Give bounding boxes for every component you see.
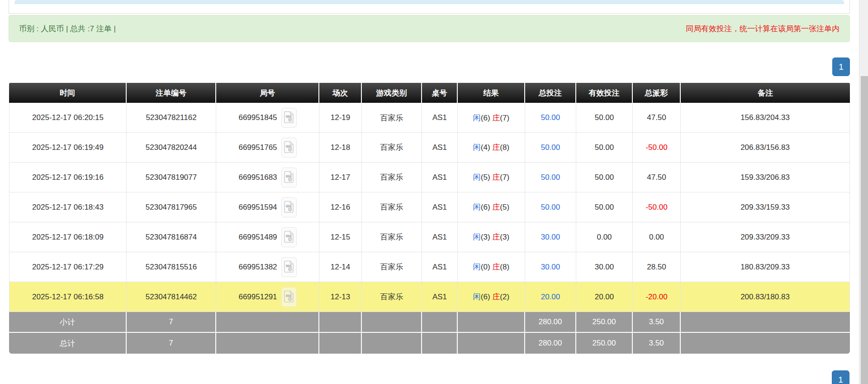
video-replay-button[interactable] [281, 197, 297, 217]
empty [362, 333, 422, 354]
cell-bet-id: 523047815516 [127, 252, 216, 282]
cell-game-type: 百家乐 [362, 252, 422, 282]
cell-valid-bet: 50.00 [576, 192, 633, 222]
header-cell: 结果 [458, 83, 525, 103]
cell-total-bet[interactable]: 50.00 [525, 192, 576, 222]
result-player-score: (5) [481, 173, 490, 182]
empty [681, 333, 850, 354]
cell-table-number: AS1 [422, 222, 458, 252]
cell-payout: 47.50 [633, 163, 681, 192]
bet-records-table: 时间注单编号局号场次游戏类别桌号结果总投注有效投注总派彩备注 2025-12-1… [9, 83, 850, 354]
table-header: 时间注单编号局号场次游戏类别桌号结果总投注有效投注总派彩备注 [9, 83, 850, 103]
cell-total-bet[interactable]: 50.00 [525, 133, 576, 163]
video-replay-button[interactable] [281, 227, 297, 247]
cell-time: 2025-12-17 06:17:29 [9, 252, 127, 282]
cell-payout: 0.00 [633, 222, 681, 252]
video-file-icon [284, 111, 294, 125]
video-file-icon [284, 290, 294, 304]
result-banker-label: 庄 [492, 293, 500, 301]
result-banker-label: 庄 [492, 143, 500, 152]
video-file-icon [284, 260, 294, 274]
round-number: 669951683 [238, 173, 277, 182]
cell-total-bet[interactable]: 50.00 [525, 163, 576, 192]
header-cell: 场次 [319, 83, 362, 103]
cell-result: 闲(6) 庄(2) [458, 282, 525, 312]
video-file-icon [284, 230, 294, 244]
video-replay-button[interactable] [281, 287, 297, 307]
cell-result: 闲(6) 庄(5) [458, 192, 525, 222]
cell-valid-bet: 50.00 [576, 103, 633, 133]
cell-payout: -50.00 [633, 192, 681, 222]
table-row: 2025-12-17 06:18:43 523047817965 6699515… [9, 192, 850, 222]
cell-table-number: AS1 [422, 282, 458, 312]
cell-valid-bet: 0.00 [576, 222, 633, 252]
cell-round-number: 669951845 [216, 103, 319, 133]
video-replay-button[interactable] [281, 138, 297, 158]
cell-valid-bet: 30.00 [576, 252, 633, 282]
cell-payout: 28.50 [633, 252, 681, 282]
cell-total-bet[interactable]: 20.00 [525, 282, 576, 312]
cell-valid-bet: 50.00 [576, 163, 633, 192]
cell-result: 闲(4) 庄(8) [458, 133, 525, 163]
cell-result: 闲(0) 庄(8) [458, 252, 525, 282]
top-clipped-panel [9, 0, 850, 14]
cell-table-number: AS1 [422, 252, 458, 282]
cell-session: 12-17 [319, 163, 362, 192]
empty [422, 333, 458, 354]
header-cell: 时间 [9, 83, 127, 103]
cell-game-type: 百家乐 [362, 282, 422, 312]
cell-bet-id: 523047816874 [127, 222, 216, 252]
cell-total-bet[interactable]: 50.00 [525, 103, 576, 133]
video-replay-button[interactable] [281, 108, 297, 128]
cell-result: 闲(6) 庄(7) [458, 103, 525, 133]
summary-label: 小计 [9, 312, 127, 333]
vertical-scrollbar[interactable] [859, 0, 868, 384]
info-panel-strip [14, 0, 844, 4]
cell-round-number: 669951382 [216, 252, 319, 282]
round-number: 669951291 [238, 293, 277, 302]
cell-bet-id: 523047821162 [127, 103, 216, 133]
result-player-label: 闲 [473, 143, 481, 152]
empty [458, 312, 525, 333]
cell-result: 闲(5) 庄(7) [458, 163, 525, 192]
summary-total-bet: 280.00 [525, 333, 576, 354]
result-banker-score: (2) [500, 293, 509, 301]
cell-payout: -50.00 [633, 133, 681, 163]
header-cell: 有效投注 [576, 83, 633, 103]
cell-round-number: 669951594 [216, 192, 319, 222]
result-banker-score: (8) [500, 263, 509, 271]
cell-total-bet[interactable]: 30.00 [525, 222, 576, 252]
cell-time: 2025-12-17 06:19:49 [9, 133, 127, 163]
result-player-label: 闲 [473, 233, 481, 241]
header-cell: 注单编号 [127, 83, 216, 103]
empty [216, 312, 319, 333]
table-row: 2025-12-17 06:19:49 523047820244 6699517… [9, 133, 850, 163]
video-replay-button[interactable] [281, 257, 297, 277]
cell-time: 2025-12-17 06:16:58 [9, 282, 127, 312]
result-player-score: (6) [481, 203, 490, 211]
video-file-icon [284, 141, 294, 154]
round-number: 669951594 [238, 203, 277, 212]
cell-time: 2025-12-17 06:19:16 [9, 163, 127, 192]
cell-total-bet[interactable]: 30.00 [525, 252, 576, 282]
table-row: 2025-12-17 06:16:58 523047814462 6699512… [9, 282, 850, 312]
empty [422, 312, 458, 333]
pagination-page-1-bottom[interactable]: 1 [832, 370, 849, 384]
cell-time: 2025-12-17 06:20:15 [9, 103, 127, 133]
result-banker-label: 庄 [492, 233, 500, 241]
cell-remark: 156.83/204.33 [681, 103, 850, 133]
pagination-page-1-top[interactable]: 1 [832, 58, 850, 76]
video-replay-button[interactable] [281, 168, 297, 187]
scrollbar-thumb[interactable] [861, 76, 868, 384]
cell-game-type: 百家乐 [362, 133, 422, 163]
summary-row: 小计7280.00250.003.50 [9, 312, 850, 333]
empty [362, 312, 422, 333]
cell-session: 12-13 [319, 282, 362, 312]
cell-game-type: 百家乐 [362, 222, 422, 252]
result-player-label: 闲 [473, 293, 481, 301]
currency-summary-text: 币别 : 人民币 | 总共 :7 注单 | [19, 24, 116, 34]
round-number: 669951382 [238, 263, 277, 272]
header-cell: 游戏类别 [362, 83, 422, 103]
summary-info-bar: 币别 : 人民币 | 总共 :7 注单 | 同局有效投注，统一计算在该局第一张注… [9, 15, 850, 42]
cell-table-number: AS1 [422, 163, 458, 192]
